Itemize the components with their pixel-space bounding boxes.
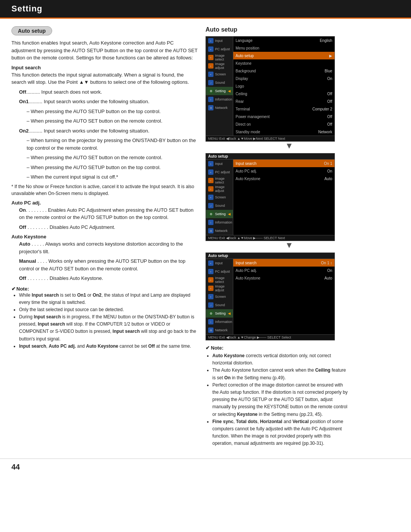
panel-arrow-1: ▼ [206,141,350,151]
sidebar-sound: ♪ Sound [206,78,233,87]
page-title: Setting [11,4,400,14]
s2-imgsel-icon: ▪ [208,178,213,183]
osd-menu-3: Input search On 1 ↕ Auto PC adj. On Auto… [233,259,335,334]
osd-panel-2: Auto setup ▪ Input ▪ PC adjust ▪ Image s… [206,153,335,241]
input-search-body: This function detects the input signal a… [11,71,198,86]
s3-information: i Information [206,318,233,326]
page-header: Setting [0,0,411,19]
menu-row-rear: Rear Off [233,97,335,105]
left-note-title: Note: [11,286,198,292]
on1-label: On1.......... Input search works under t… [19,98,198,105]
on1-sub1: – When pressing the AUTO SETUP button on… [27,108,198,115]
sidebar-image-select: ▪ Image select [206,53,233,62]
s3-imgsel-icon: ▪ [208,277,213,283]
image-adjust-icon: ▪ [208,63,213,69]
s2-setting-icon: ⚙ [208,211,213,217]
m3-input-search: Input search On 1 ↕ [233,259,335,267]
s3-screen-icon: ▪ [208,294,213,299]
menu-row-keystone: Keystone [233,59,335,67]
s2-pc-icon: ▪ [208,169,213,175]
setting-icon: ⚙ [208,88,213,94]
menu-row-auto-setup: Auto setup ▶ [233,52,335,59]
m2-input-search: Input search On 1 [233,160,335,167]
menu-row-display: Display On [233,75,335,82]
menu-row-standby-mode: Standby mode Network [233,128,335,136]
network-icon: ⊕ [208,105,213,110]
on2-label: On2.......... Input search works under t… [19,127,198,135]
right-note-0: Auto Keystone corrects vertical distorti… [212,352,350,367]
s3-pc-adjust: ▪ PC adjust [206,267,233,276]
left-note-item-0: While Input search is set to On1 or On2,… [19,292,198,306]
on2-sub4: – When the current input signal is cut o… [27,173,198,181]
keystone-auto: Auto . . . . . Always works and corrects… [19,240,198,255]
auto-pc-on: On. . . . . . . . Enables Auto PC Adjust… [19,206,198,221]
image-select-icon: ▪ [208,55,213,60]
m2-auto-pc: Auto PC adj. On [233,167,335,175]
osd-bottom-3: MENU Exit ◀Back ▲▼Change ▶------ SELECT … [206,334,335,340]
s3-screen: ▪ Screen [206,292,233,301]
s2-screen: ▪ Screen [206,193,233,201]
menu-row-language: Language English [233,37,335,44]
s2-input-icon: ▪ [208,161,213,166]
s2-information: i Information [206,218,233,227]
right-note-2: Perfect correction of the image distorti… [212,382,350,418]
main-content: Auto setup This function enables Input s… [0,19,411,455]
on1-sub2: – When pressing the AUTO SET button on t… [27,117,198,125]
left-note-item-2: During Input search is in progress, If t… [19,313,198,343]
osd-sidebar-3: ▪ Input ▪ PC adjust ▪ Image select ▪ Ima… [206,259,233,334]
s3-setting-icon: ⚙ [208,311,213,316]
s2-setting: ⚙ Setting [206,210,233,218]
menu-row-ceiling: Ceiling Off [233,90,335,97]
s2-pc-adjust: ▪ PC adjust [206,168,233,176]
left-note: Note: While Input search is set to On1 o… [11,286,198,350]
osd-menu-2: Input search On 1 Auto PC adj. On Auto K… [233,160,335,235]
s3-imgadj-icon: ▪ [208,286,213,291]
osd-bottom-2: MENU Exit ◀Back ▲▼Move ▶------ SELECT Ne… [206,235,335,241]
osd-menu-1: Language English Menu position Auto setu… [233,37,335,136]
sidebar-pc-adjust: ▪ PC adjust [206,45,233,53]
s2-screen-icon: ▪ [208,195,213,200]
auto-pc-heading: Auto PC adj. [11,200,198,206]
menu-row-logo: Logo [233,82,335,90]
s2-network-icon: ⊕ [208,228,213,233]
auto-setup-badge: Auto setup [11,26,52,35]
s3-sound: ♪ Sound [206,301,233,309]
s3-image-select: ▪ Image select [206,276,233,284]
keystone-off: Off . . . . . . . . Disables Auto Keysto… [19,275,198,282]
osd-bottom-1: MENU Exit ◀Back ▲▼Move ▶Next SELECT Next [206,136,335,141]
left-column: Auto setup This function enables Input s… [11,26,198,447]
osd-panel-1: ▪ Input ▪ PC adjust ▪ Image select ▪ Ima… [206,36,335,142]
sound-icon: ♪ [208,80,213,85]
s3-input-icon: ▪ [208,260,213,266]
right-note-1: The Auto Keystone function cannot work w… [212,367,350,381]
osd-sidebar-1: ▪ Input ▪ PC adjust ▪ Image select ▪ Ima… [206,37,233,136]
pc-adjust-icon: ▪ [208,46,213,52]
osd-panel-3: Auto setup ▪ Input ▪ PC adjust ▪ Image s… [206,252,335,340]
s2-network: ⊕ Network [206,227,233,235]
s3-input: ▪ Input [206,259,233,267]
s3-info-icon: i [208,319,213,324]
s2-image-select: ▪ Image select [206,176,233,185]
osd-inner-3: ▪ Input ▪ PC adjust ▪ Image select ▪ Ima… [206,259,335,334]
osd-submenu-title-2: Auto setup [206,153,335,160]
menu-row-direct-on: Direct on Off [233,120,335,128]
off-label: Off.......... Input search does not work… [19,88,198,96]
right-note-title: Note: [206,345,350,351]
right-note-list: Auto Keystone corrects vertical distorti… [212,352,350,447]
menu-row-terminal: Terminal Computer 2 [233,105,335,113]
right-section-title: Auto setup [206,26,350,33]
on2-sub1: – When turning on the projector by press… [27,137,198,152]
information-icon: i [208,97,213,102]
s3-network: ⊕ Network [206,326,233,334]
intro-text: This function enables Input search, Auto… [11,39,198,62]
input-search-heading: Input search [11,65,198,70]
menu-row-menu-pos: Menu position [233,44,335,52]
left-note-item-1: Only the last selected input source can … [19,306,198,313]
s3-network-icon: ⊕ [208,328,213,333]
left-note-item-3: Input search, Auto PC adj. and Auto Keys… [19,343,198,350]
right-column: Auto setup ▪ Input ▪ PC adjust ▪ Imag [206,26,350,447]
osd-inner-2: ▪ Input ▪ PC adjust ▪ Image select ▪ Ima… [206,160,335,235]
freeze-note: * If the No show or Freeze function is a… [11,183,198,197]
auto-pc-off: Off . . . . . . . . Disables Auto PC Adj… [19,224,198,231]
right-note-3: Fine sync, Total dots, Horizontal and Ve… [212,418,350,447]
